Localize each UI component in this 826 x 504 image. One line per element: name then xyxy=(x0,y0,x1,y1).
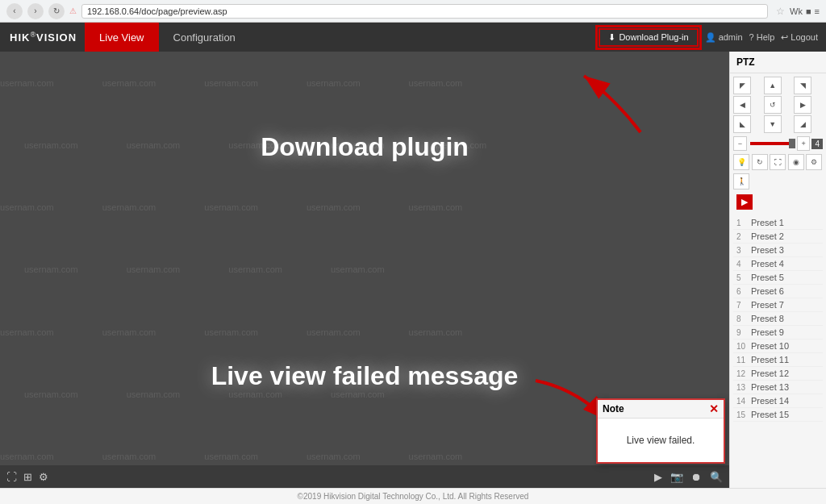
ptz-left[interactable]: ◀ xyxy=(733,96,751,114)
logo-text: HIK®VISION xyxy=(10,31,77,44)
help-icon: ? xyxy=(749,32,754,42)
preset-item[interactable]: 9Preset 9 xyxy=(733,326,823,339)
download-plugin-annotation: Download plugin xyxy=(261,132,469,162)
back-button[interactable]: ‹ xyxy=(6,3,23,19)
ptz-direction-grid: ◤ ▲ ◥ ◀ ↺ ▶ ◣ ▼ ◢ xyxy=(733,77,823,133)
camera-icon[interactable]: 📷 xyxy=(670,471,683,483)
ptz-left-up[interactable]: ◤ xyxy=(733,77,751,94)
preset-tab-area: ▶ xyxy=(733,193,823,211)
ptz-zoom-out[interactable]: − xyxy=(733,136,747,151)
note-body: Live view failed. xyxy=(598,419,724,462)
preset-list: 1Preset 12Preset 23Preset 34Preset 45Pre… xyxy=(730,216,826,422)
preset-item[interactable]: 6Preset 6 xyxy=(733,285,823,298)
ptz-icon-row-2: 🚶 xyxy=(733,173,823,190)
admin-link[interactable]: 👤 admin xyxy=(705,32,743,43)
preset-item[interactable]: 14Preset 14 xyxy=(733,394,823,408)
note-title: Note xyxy=(603,403,624,414)
ptz-zoom-slider[interactable] xyxy=(750,142,794,145)
preset-item[interactable]: 12Preset 12 xyxy=(733,367,823,381)
ptz-sidebar: PTZ ◤ ▲ ◥ ◀ ↺ ▶ ◣ ▼ ◢ − + 4 xyxy=(729,52,826,488)
preset-num: 4 xyxy=(736,260,748,269)
layout-icon[interactable]: ⊞ xyxy=(23,471,32,483)
preset-name: Preset 8 xyxy=(751,314,784,323)
settings-icon[interactable]: ⚙ xyxy=(39,471,48,483)
live-view-failed-label: Live view failed message xyxy=(211,361,519,390)
zoom-icon[interactable]: 🔍 xyxy=(710,471,723,483)
preset-item[interactable]: 4Preset 4 xyxy=(733,257,823,271)
ptz-title: PTZ xyxy=(730,52,826,73)
download-icon: ⬇ xyxy=(608,32,615,43)
logo-reg: ® xyxy=(30,31,36,39)
ext-icon-1: Wk xyxy=(790,6,803,16)
ptz-eye-icon[interactable]: ◉ xyxy=(788,154,804,170)
refresh-button[interactable]: ↻ xyxy=(48,3,65,19)
preset-num: 1 xyxy=(736,219,748,227)
record-icon[interactable]: ⏺ xyxy=(691,471,702,483)
bookmark-icon[interactable]: ☆ xyxy=(776,6,785,17)
logout-link[interactable]: ↩ Logout xyxy=(781,32,818,43)
preset-name: Preset 13 xyxy=(751,382,789,392)
preset-num: 12 xyxy=(736,369,748,378)
ptz-wiper-icon[interactable]: ↻ xyxy=(752,154,768,170)
preset-num: 2 xyxy=(736,232,748,241)
ptz-light-icon[interactable]: 💡 xyxy=(733,154,749,170)
note-message: Live view failed. xyxy=(627,435,695,446)
preset-item[interactable]: 3Preset 3 xyxy=(733,244,823,257)
preset-tab[interactable]: ▶ xyxy=(736,194,753,210)
preset-item[interactable]: 13Preset 13 xyxy=(733,381,823,394)
preset-num: 3 xyxy=(736,246,748,255)
collapse-handle[interactable]: ‹ xyxy=(729,258,730,282)
ptz-expand-icon[interactable]: ⛶ xyxy=(770,154,786,170)
fullscreen-icon[interactable]: ⛶ xyxy=(6,471,17,483)
address-bar[interactable]: 192.168.0.64/doc/page/preview.asp xyxy=(81,4,768,19)
logo: HIK®VISION xyxy=(10,31,77,44)
preset-item[interactable]: 2Preset 2 xyxy=(733,230,823,244)
download-plugin-label: Download plugin xyxy=(261,132,469,161)
ptz-right-down[interactable]: ◢ xyxy=(794,115,811,133)
preset-name: Preset 12 xyxy=(751,369,789,378)
preset-item[interactable]: 8Preset 8 xyxy=(733,312,823,326)
preset-item[interactable]: 15Preset 15 xyxy=(733,408,823,422)
preset-name: Preset 11 xyxy=(751,355,789,364)
preset-name: Preset 4 xyxy=(751,259,784,269)
download-plugin-button[interactable]: ⬇ Download Plug-in xyxy=(599,28,698,47)
ptz-person-icon[interactable]: 🚶 xyxy=(733,173,749,190)
forward-button[interactable]: › xyxy=(27,3,44,19)
preset-name: Preset 7 xyxy=(751,300,784,310)
preset-num: 14 xyxy=(736,397,748,406)
copyright: ©2019 Hikvision Digital Technology Co., … xyxy=(298,492,529,501)
header-right: ⬇ Download Plug-in 👤 admin ? Help ↩ Logo… xyxy=(599,28,826,47)
ptz-down[interactable]: ▼ xyxy=(764,115,782,133)
ptz-right[interactable]: ▶ xyxy=(794,96,811,114)
preset-name: Preset 3 xyxy=(751,245,784,255)
play-icon[interactable]: ▶ xyxy=(654,471,662,483)
preset-item[interactable]: 7Preset 7 xyxy=(733,298,823,312)
app-header: HIK®VISION Live View Configuration ⬇ Dow… xyxy=(0,23,826,52)
ptz-up[interactable]: ▲ xyxy=(764,77,782,94)
ptz-zoom-value: 4 xyxy=(811,139,823,149)
ptz-right-up[interactable]: ◥ xyxy=(794,77,811,94)
note-close-button[interactable]: ✕ xyxy=(709,402,719,415)
preset-num: 5 xyxy=(736,273,748,282)
ptz-extra-icon[interactable]: ⚙ xyxy=(806,154,822,170)
ptz-center[interactable]: ↺ xyxy=(764,96,782,114)
preset-item[interactable]: 11Preset 11 xyxy=(733,353,823,367)
preset-name: Preset 10 xyxy=(751,341,789,351)
preset-num: 11 xyxy=(736,356,748,364)
preset-name: Preset 6 xyxy=(751,286,784,296)
ext-icon-3: ≡ xyxy=(815,6,820,16)
note-header: Note ✕ xyxy=(598,400,724,419)
preset-item[interactable]: 10Preset 10 xyxy=(733,339,823,353)
user-icon: 👤 xyxy=(705,32,716,43)
preset-name: Preset 14 xyxy=(751,396,789,406)
nav-configuration[interactable]: Configuration xyxy=(159,23,250,52)
nav-live-view[interactable]: Live View xyxy=(85,23,158,52)
ptz-left-down[interactable]: ◣ xyxy=(733,115,751,133)
ptz-zoom-in[interactable]: + xyxy=(797,136,811,151)
help-link[interactable]: ? Help xyxy=(749,32,775,42)
preset-item[interactable]: 5Preset 5 xyxy=(733,271,823,285)
security-icon: ⚠ xyxy=(69,6,77,15)
logout-icon: ↩ xyxy=(781,32,788,43)
preset-item[interactable]: 1Preset 1 xyxy=(733,216,823,230)
preset-name: Preset 1 xyxy=(751,218,784,227)
